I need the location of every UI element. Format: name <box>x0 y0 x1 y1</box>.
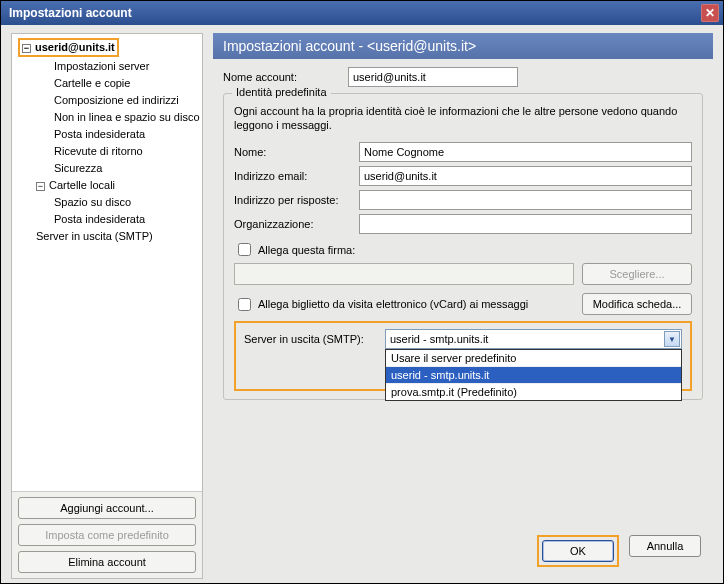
close-icon: ✕ <box>705 6 715 20</box>
sidebar: −userid@units.it Impostazioni server Car… <box>11 33 203 579</box>
main-header: Impostazioni account - <userid@units.it> <box>213 33 713 59</box>
delete-account-button[interactable]: Elimina account <box>18 551 196 573</box>
smtp-dropdown-list: Usare il server predefinito userid - smt… <box>385 349 682 401</box>
signature-row: Allega questa firma: <box>234 240 692 259</box>
name-label: Nome: <box>234 146 359 158</box>
set-default-button: Imposta come predefinito <box>18 524 196 546</box>
reply-label: Indirizzo per risposte: <box>234 194 359 206</box>
ok-button[interactable]: OK <box>542 540 614 562</box>
email-input[interactable] <box>359 166 692 186</box>
content-area: −userid@units.it Impostazioni server Car… <box>1 25 723 583</box>
highlight-account-root: −userid@units.it <box>18 38 119 57</box>
edit-card-button[interactable]: Modifica scheda... <box>582 293 692 315</box>
smtp-option[interactable]: Usare il server predefinito <box>386 350 681 367</box>
account-name-row: Nome account: <box>223 67 703 87</box>
tree-local-root[interactable]: −Cartelle locali <box>14 177 200 194</box>
collapse-icon[interactable]: − <box>36 182 45 191</box>
choose-signature-button: Scegliere... <box>582 263 692 285</box>
vcard-label: Allega biglietto da visita elettronico (… <box>258 298 528 310</box>
smtp-highlight-block: Server in uscita (SMTP): userid - smtp.u… <box>234 321 692 391</box>
identity-legend: Identità predefinita <box>232 86 331 98</box>
tree-item[interactable]: Posta indesiderata <box>14 211 200 228</box>
smtp-selected-text: userid - smtp.units.it <box>390 333 488 345</box>
window-frame: Impostazioni account ✕ −userid@units.it … <box>0 0 724 584</box>
signature-label: Allega questa firma: <box>258 244 355 256</box>
window-title: Impostazioni account <box>9 6 701 20</box>
tree-item[interactable]: Composizione ed indirizzi <box>14 92 200 109</box>
close-button[interactable]: ✕ <box>701 4 719 22</box>
tree-item[interactable]: Cartelle e copie <box>14 75 200 92</box>
title-bar: Impostazioni account ✕ <box>1 1 723 25</box>
signature-path-input <box>234 263 574 285</box>
tree-account-root[interactable]: −userid@units.it <box>14 37 200 58</box>
smtp-option[interactable]: userid - smtp.units.it <box>386 367 681 384</box>
tree-item[interactable]: Sicurezza <box>14 160 200 177</box>
signature-checkbox[interactable] <box>238 243 251 256</box>
reply-input[interactable] <box>359 190 692 210</box>
tree-account-root-label: userid@units.it <box>35 41 115 53</box>
identity-fieldset: Identità predefinita Ogni account ha la … <box>223 93 703 400</box>
dialog-footer: OK Annulla <box>213 527 713 579</box>
account-tree: −userid@units.it Impostazioni server Car… <box>12 34 202 491</box>
main-body: Nome account: Identità predefinita Ogni … <box>213 59 713 527</box>
collapse-icon[interactable]: − <box>22 44 31 53</box>
tree-smtp[interactable]: Server in uscita (SMTP) <box>14 228 200 245</box>
org-label: Organizzazione: <box>234 218 359 230</box>
name-input[interactable] <box>359 142 692 162</box>
email-label: Indirizzo email: <box>234 170 359 182</box>
add-account-button[interactable]: Aggiungi account... <box>18 497 196 519</box>
vcard-row: Allega biglietto da visita elettronico (… <box>234 293 692 315</box>
ok-highlight: OK <box>537 535 619 567</box>
vcard-checkbox[interactable] <box>238 298 251 311</box>
chevron-down-icon[interactable]: ▼ <box>664 331 680 347</box>
smtp-combobox-display[interactable]: userid - smtp.units.it ▼ <box>385 329 682 349</box>
smtp-option[interactable]: prova.smtp.it (Predefinito) <box>386 384 681 400</box>
account-name-label: Nome account: <box>223 71 348 83</box>
smtp-label: Server in uscita (SMTP): <box>244 333 379 345</box>
identity-description: Ogni account ha la propria identità cioè… <box>234 104 692 132</box>
smtp-combobox[interactable]: userid - smtp.units.it ▼ Usare il server… <box>385 329 682 349</box>
sidebar-buttons: Aggiungi account... Imposta come predefi… <box>12 491 202 578</box>
main-panel: Impostazioni account - <userid@units.it>… <box>213 33 713 579</box>
tree-item[interactable]: Posta indesiderata <box>14 126 200 143</box>
tree-item[interactable]: Non in linea e spazio su disco <box>14 109 200 126</box>
account-name-input[interactable] <box>348 67 518 87</box>
cancel-button[interactable]: Annulla <box>629 535 701 557</box>
org-input[interactable] <box>359 214 692 234</box>
tree-item[interactable]: Spazio su disco <box>14 194 200 211</box>
tree-item[interactable]: Ricevute di ritorno <box>14 143 200 160</box>
tree-item[interactable]: Impostazioni server <box>14 58 200 75</box>
